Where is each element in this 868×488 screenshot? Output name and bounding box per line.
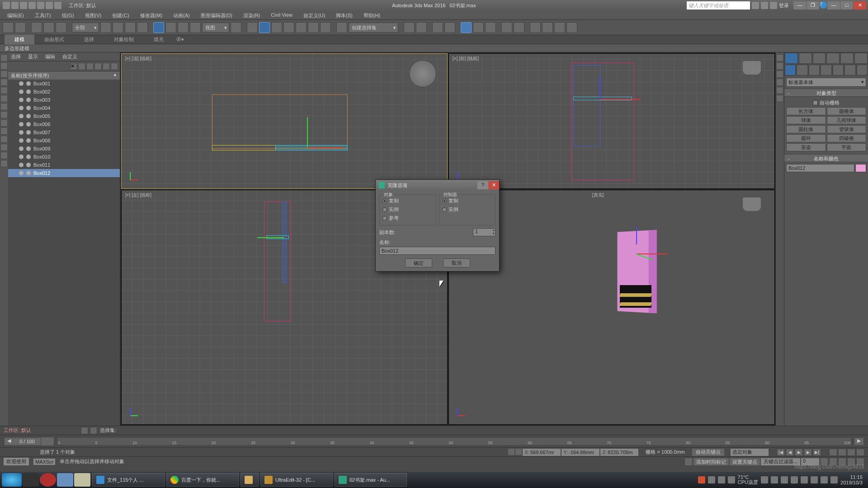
se-filter-icon[interactable] (111, 63, 118, 70)
right-strip-icon[interactable] (776, 95, 783, 102)
primitive-cone-button[interactable]: 圆锥体 (827, 107, 867, 115)
visibility-icon[interactable] (19, 130, 24, 135)
prev-frame-button[interactable]: ◀ (786, 449, 794, 456)
se-tab-select[interactable]: 选择 (11, 53, 21, 60)
nav-zoomext-icon[interactable] (847, 449, 855, 456)
strip-icon[interactable] (0, 95, 8, 102)
render-setup-button[interactable] (501, 22, 512, 33)
subtab-light-icon[interactable] (809, 65, 820, 75)
render-activeshade-button[interactable] (554, 22, 565, 33)
ribbon-tab-modeling[interactable]: 建模 (5, 35, 34, 44)
tray-icon[interactable] (821, 476, 828, 483)
freeze-icon[interactable] (26, 130, 31, 135)
scene-explorer-button[interactable] (444, 22, 455, 33)
right-strip-icon[interactable] (776, 70, 783, 78)
strip-icon[interactable] (0, 160, 8, 167)
menu-views[interactable]: 视图(V) (80, 11, 107, 19)
goto-start-button[interactable]: |◀ (777, 449, 785, 456)
subtab-cam-icon[interactable] (821, 65, 831, 75)
dialog-help-button[interactable]: ? (477, 181, 488, 189)
se-close-icon[interactable]: ✕ (70, 63, 77, 70)
coord-z-input[interactable]: Z:8220.709m (600, 449, 638, 456)
primitive-plane-button[interactable]: 平面 (827, 143, 867, 151)
pinned-app-icon[interactable] (40, 473, 56, 487)
undo-icon[interactable] (37, 2, 44, 9)
undo-button[interactable] (3, 22, 14, 33)
se-filter-icon[interactable] (78, 63, 85, 70)
object-name-input[interactable] (786, 164, 854, 172)
script-icon[interactable] (684, 458, 693, 466)
search-icon[interactable] (752, 2, 759, 9)
spinner-snap-button[interactable] (296, 22, 307, 33)
radio-reference[interactable]: 参考 (382, 214, 433, 222)
doc-minimize-button[interactable]: — (793, 1, 806, 9)
viewcube-icon[interactable] (743, 197, 761, 211)
maximize-button[interactable]: □ (840, 1, 853, 9)
menu-animation[interactable]: 动画(A) (168, 11, 195, 19)
freeze-icon[interactable] (26, 155, 31, 159)
star-icon[interactable] (770, 2, 777, 9)
coord-x-input[interactable]: X:569.667mr (523, 449, 561, 456)
primitive-torus-button[interactable]: 圆环 (786, 134, 826, 142)
exchange-icon[interactable] (761, 2, 768, 9)
doc-restore-button[interactable]: ❐ (807, 1, 819, 9)
mat-editor-button[interactable] (485, 22, 496, 33)
next-frame-button[interactable]: ▶ (804, 449, 812, 456)
right-strip-icon[interactable] (776, 79, 783, 86)
viewport-label[interactable]: [+] [左] [线框] (125, 192, 151, 198)
tray-icon[interactable] (781, 476, 788, 483)
strip-icon[interactable] (0, 152, 8, 159)
redo-button[interactable] (15, 22, 26, 33)
timeline-scroll-right[interactable]: ▶ (854, 438, 863, 445)
scale-button[interactable] (178, 22, 189, 33)
visibility-icon[interactable] (19, 122, 24, 127)
freeze-icon[interactable] (26, 98, 31, 102)
workspace-label[interactable]: 工作区: 默认 (69, 2, 96, 9)
tray-icon[interactable] (698, 476, 705, 483)
radio-instance[interactable]: 实例 (382, 205, 433, 214)
visibility-icon[interactable] (19, 89, 24, 94)
selset-icon[interactable] (90, 427, 97, 434)
strip-icon[interactable] (0, 62, 8, 70)
selection-filter-dropdown[interactable]: 全部 (72, 23, 99, 33)
maxscript-label[interactable]: MAXScr (33, 459, 55, 465)
tray-icon[interactable] (728, 476, 735, 483)
menu-create[interactable]: 创建(C) (107, 11, 134, 19)
pinned-app-icon[interactable] (74, 473, 90, 487)
percent-snap-button[interactable] (283, 22, 294, 33)
menu-group[interactable]: 组(G) (57, 11, 80, 19)
viewcube-icon[interactable] (743, 61, 761, 75)
taskbar-item[interactable] (241, 473, 259, 487)
primitive-tube-button[interactable]: 管状体 (827, 125, 867, 133)
tray-icon[interactable] (718, 476, 725, 483)
strip-icon[interactable] (0, 54, 8, 61)
primitive-sphere-button[interactable]: 球体 (786, 116, 826, 124)
freeze-icon[interactable] (26, 106, 31, 110)
nav-zoom-icon[interactable] (829, 449, 837, 456)
mirror-button[interactable] (404, 22, 415, 33)
move-button[interactable] (153, 22, 164, 33)
dialog-titlebar[interactable]: 克隆选项 ? ✕ (376, 180, 499, 191)
visibility-icon[interactable] (19, 163, 24, 167)
menu-modifiers[interactable]: 修改器(M) (135, 11, 168, 19)
start-button[interactable] (2, 473, 22, 487)
freeze-icon[interactable] (26, 89, 31, 94)
select-object-button[interactable] (100, 22, 111, 33)
keymode-dropdown[interactable]: 选定对象 (731, 449, 769, 456)
pinned-app-icon[interactable] (23, 473, 39, 487)
window-crossing-button[interactable] (137, 22, 148, 33)
taskbar-item[interactable]: UltraEdit-32 - [C... (260, 473, 333, 487)
manipulator-button[interactable] (247, 22, 258, 33)
tab-display-icon[interactable] (840, 53, 854, 64)
menu-civilview[interactable]: Civil View (265, 11, 297, 19)
subtab-space-icon[interactable] (844, 65, 855, 75)
rollout-object-type[interactable]: 对象类型 (784, 89, 868, 97)
layer-icon[interactable] (81, 427, 88, 434)
autogrid-checkbox[interactable]: 自动栅格 (786, 99, 866, 107)
pivot-button[interactable] (231, 22, 241, 33)
link-icon[interactable] (54, 2, 61, 9)
addtime-button[interactable]: 添加时间标记 (693, 458, 729, 465)
align-button[interactable] (416, 22, 427, 33)
timeline[interactable]: ◀ 0 / 100 051015202530354045505560657075… (0, 435, 868, 447)
taskbar-item[interactable]: 百度一下，你就... (166, 473, 239, 487)
